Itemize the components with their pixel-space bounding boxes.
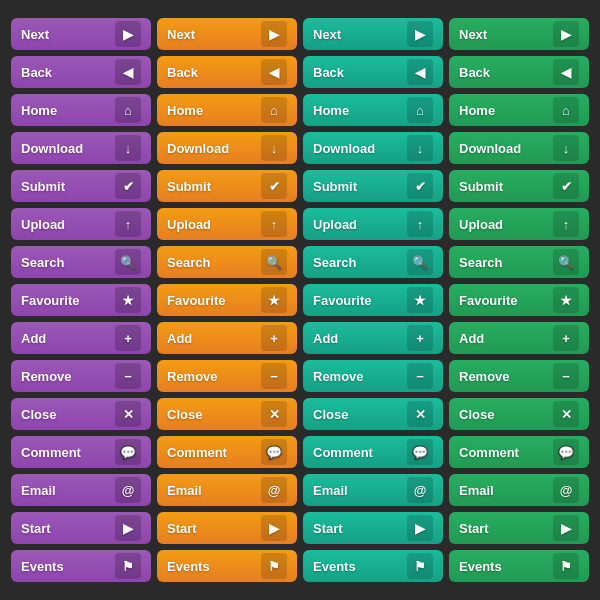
search-button-orange[interactable]: Search🔍: [157, 246, 297, 278]
download-icon: ↓: [407, 135, 433, 161]
favourite-button-orange[interactable]: Favourite★: [157, 284, 297, 316]
submit-button-teal[interactable]: Submit✔: [303, 170, 443, 202]
start-button-orange[interactable]: Start▶: [157, 512, 297, 544]
close-label: Close: [167, 407, 261, 422]
add-button-green[interactable]: Add+: [449, 322, 589, 354]
next-button-green[interactable]: Next▶: [449, 18, 589, 50]
search-icon: 🔍: [261, 249, 287, 275]
submit-icon: ✔: [261, 173, 287, 199]
favourite-button-purple[interactable]: Favourite★: [11, 284, 151, 316]
favourite-button-green[interactable]: Favourite★: [449, 284, 589, 316]
next-icon: ▶: [407, 21, 433, 47]
comment-button-green[interactable]: Comment💬: [449, 436, 589, 468]
search-button-purple[interactable]: Search🔍: [11, 246, 151, 278]
next-label: Next: [313, 27, 407, 42]
events-label: Events: [21, 559, 115, 574]
next-label: Next: [459, 27, 553, 42]
submit-icon: ✔: [407, 173, 433, 199]
comment-button-teal[interactable]: Comment💬: [303, 436, 443, 468]
upload-icon: ↑: [553, 211, 579, 237]
back-button-purple[interactable]: Back◀: [11, 56, 151, 88]
download-label: Download: [167, 141, 261, 156]
add-button-purple[interactable]: Add+: [11, 322, 151, 354]
next-button-purple[interactable]: Next▶: [11, 18, 151, 50]
close-button-orange[interactable]: Close✕: [157, 398, 297, 430]
home-button-orange[interactable]: Home⌂: [157, 94, 297, 126]
favourite-icon: ★: [115, 287, 141, 313]
close-button-green[interactable]: Close✕: [449, 398, 589, 430]
download-icon: ↓: [553, 135, 579, 161]
events-button-green[interactable]: Events⚑: [449, 550, 589, 582]
favourite-button-teal[interactable]: Favourite★: [303, 284, 443, 316]
events-button-orange[interactable]: Events⚑: [157, 550, 297, 582]
events-icon: ⚑: [553, 553, 579, 579]
submit-button-purple[interactable]: Submit✔: [11, 170, 151, 202]
email-label: Email: [21, 483, 115, 498]
events-icon: ⚑: [261, 553, 287, 579]
close-icon: ✕: [407, 401, 433, 427]
submit-button-green[interactable]: Submit✔: [449, 170, 589, 202]
next-button-orange[interactable]: Next▶: [157, 18, 297, 50]
search-label: Search: [313, 255, 407, 270]
upload-button-green[interactable]: Upload↑: [449, 208, 589, 240]
download-button-teal[interactable]: Download↓: [303, 132, 443, 164]
back-icon: ◀: [407, 59, 433, 85]
start-button-teal[interactable]: Start▶: [303, 512, 443, 544]
download-label: Download: [459, 141, 553, 156]
start-button-green[interactable]: Start▶: [449, 512, 589, 544]
upload-icon: ↑: [115, 211, 141, 237]
upload-button-purple[interactable]: Upload↑: [11, 208, 151, 240]
download-button-purple[interactable]: Download↓: [11, 132, 151, 164]
comment-button-orange[interactable]: Comment💬: [157, 436, 297, 468]
close-label: Close: [313, 407, 407, 422]
comment-button-purple[interactable]: Comment💬: [11, 436, 151, 468]
back-button-orange[interactable]: Back◀: [157, 56, 297, 88]
email-button-green[interactable]: Email@: [449, 474, 589, 506]
home-icon: ⌂: [115, 97, 141, 123]
home-button-teal[interactable]: Home⌂: [303, 94, 443, 126]
back-button-green[interactable]: Back◀: [449, 56, 589, 88]
close-button-purple[interactable]: Close✕: [11, 398, 151, 430]
close-button-teal[interactable]: Close✕: [303, 398, 443, 430]
email-button-purple[interactable]: Email@: [11, 474, 151, 506]
add-button-teal[interactable]: Add+: [303, 322, 443, 354]
remove-button-orange[interactable]: Remove−: [157, 360, 297, 392]
remove-button-green[interactable]: Remove−: [449, 360, 589, 392]
close-icon: ✕: [261, 401, 287, 427]
email-button-orange[interactable]: Email@: [157, 474, 297, 506]
start-button-purple[interactable]: Start▶: [11, 512, 151, 544]
search-icon: 🔍: [407, 249, 433, 275]
home-button-green[interactable]: Home⌂: [449, 94, 589, 126]
remove-button-purple[interactable]: Remove−: [11, 360, 151, 392]
home-label: Home: [167, 103, 261, 118]
email-button-teal[interactable]: Email@: [303, 474, 443, 506]
add-icon: +: [407, 325, 433, 351]
comment-icon: 💬: [553, 439, 579, 465]
download-label: Download: [21, 141, 115, 156]
upload-button-teal[interactable]: Upload↑: [303, 208, 443, 240]
search-button-teal[interactable]: Search🔍: [303, 246, 443, 278]
home-icon: ⌂: [261, 97, 287, 123]
download-icon: ↓: [261, 135, 287, 161]
next-button-teal[interactable]: Next▶: [303, 18, 443, 50]
home-icon: ⌂: [553, 97, 579, 123]
submit-icon: ✔: [553, 173, 579, 199]
remove-label: Remove: [313, 369, 407, 384]
add-label: Add: [313, 331, 407, 346]
download-button-green[interactable]: Download↓: [449, 132, 589, 164]
remove-button-teal[interactable]: Remove−: [303, 360, 443, 392]
back-button-teal[interactable]: Back◀: [303, 56, 443, 88]
events-button-purple[interactable]: Events⚑: [11, 550, 151, 582]
home-button-purple[interactable]: Home⌂: [11, 94, 151, 126]
search-label: Search: [459, 255, 553, 270]
add-label: Add: [167, 331, 261, 346]
start-icon: ▶: [407, 515, 433, 541]
add-button-orange[interactable]: Add+: [157, 322, 297, 354]
events-button-teal[interactable]: Events⚑: [303, 550, 443, 582]
search-button-green[interactable]: Search🔍: [449, 246, 589, 278]
submit-label: Submit: [459, 179, 553, 194]
upload-button-orange[interactable]: Upload↑: [157, 208, 297, 240]
submit-button-orange[interactable]: Submit✔: [157, 170, 297, 202]
submit-label: Submit: [167, 179, 261, 194]
download-button-orange[interactable]: Download↓: [157, 132, 297, 164]
